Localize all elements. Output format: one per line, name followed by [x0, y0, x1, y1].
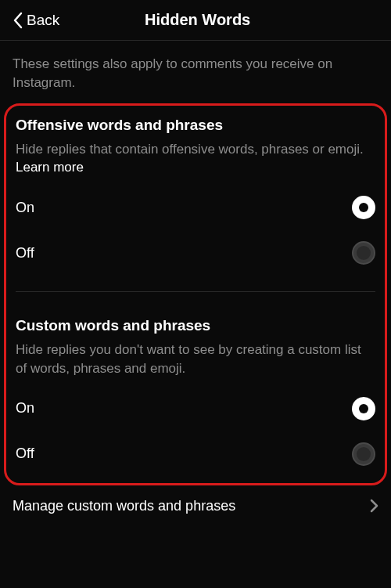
- section-divider: [16, 291, 375, 292]
- offensive-off-label: Off: [16, 245, 34, 262]
- offensive-desc: Hide replies that contain offensive word…: [16, 140, 375, 178]
- custom-title: Custom words and phrases: [16, 317, 375, 334]
- custom-off-row[interactable]: Off: [16, 431, 375, 477]
- radio-selected-icon: [352, 397, 375, 420]
- offensive-on-label: On: [16, 200, 34, 216]
- chevron-right-icon: [370, 499, 378, 513]
- page-title: Hidden Words: [16, 11, 378, 29]
- manage-custom-words-row[interactable]: Manage custom words and phrases: [0, 485, 391, 527]
- custom-section: Custom words and phrases Hide replies yo…: [6, 309, 385, 477]
- offensive-section: Offensive words and phrases Hide replies…: [6, 109, 385, 276]
- intro-text: These settings also apply to comments yo…: [0, 41, 391, 103]
- custom-on-row[interactable]: On: [16, 386, 375, 431]
- custom-on-label: On: [16, 400, 34, 417]
- manage-label: Manage custom words and phrases: [13, 498, 235, 514]
- offensive-title: Offensive words and phrases: [16, 117, 375, 134]
- header: Back Hidden Words: [0, 0, 391, 41]
- custom-desc: Hide replies you don't want to see by cr…: [16, 341, 375, 378]
- radio-unselected-icon: [352, 442, 375, 466]
- offensive-desc-text: Hide replies that contain offensive word…: [16, 142, 364, 157]
- offensive-on-row[interactable]: On: [16, 185, 375, 230]
- radio-selected-icon: [352, 196, 375, 219]
- radio-unselected-icon: [352, 241, 375, 265]
- learn-more-link[interactable]: Learn more: [16, 160, 84, 175]
- custom-off-label: Off: [16, 446, 34, 462]
- offensive-off-row[interactable]: Off: [16, 230, 375, 276]
- highlight-box: Offensive words and phrases Hide replies…: [4, 103, 387, 485]
